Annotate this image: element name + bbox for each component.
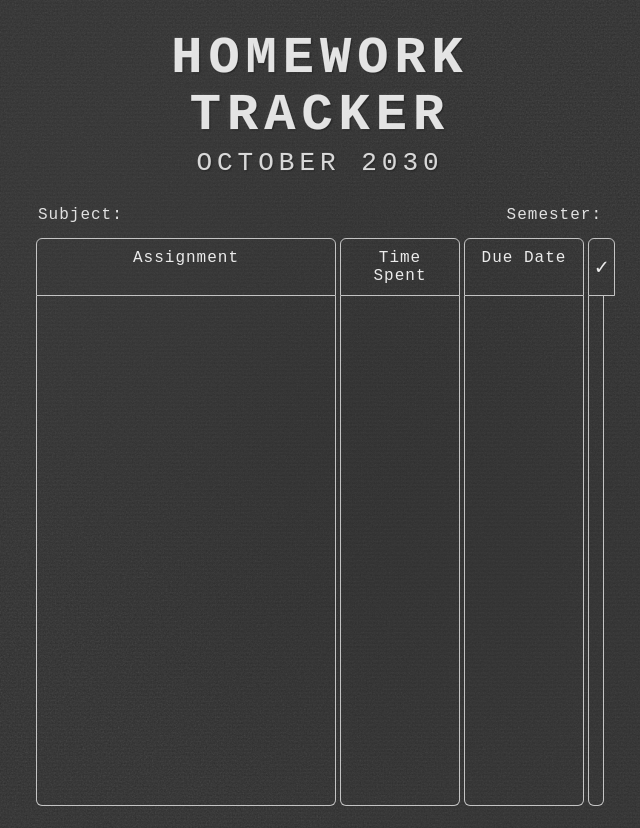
- table-container: Assignment Time Spent Due Date ✓: [36, 238, 604, 806]
- subject-label: Subject:: [38, 206, 123, 224]
- assignment-column-body[interactable]: [36, 296, 336, 806]
- time-spent-column-body[interactable]: [340, 296, 460, 806]
- main-title: HOMEWORK TRACKER: [36, 30, 604, 144]
- checkmark-icon: ✓: [595, 254, 608, 281]
- meta-row: Subject: Semester:: [36, 206, 604, 224]
- time-spent-column-header: Time Spent: [340, 238, 460, 296]
- semester-label: Semester:: [507, 206, 602, 224]
- assignment-column-header: Assignment: [36, 238, 336, 296]
- subtitle: OCTOBER 2030: [36, 148, 604, 178]
- due-date-column-header: Due Date: [464, 238, 584, 296]
- check-column-body[interactable]: [588, 296, 604, 806]
- table-header: Assignment Time Spent Due Date ✓: [36, 238, 604, 296]
- chalkboard-background: HOMEWORK TRACKER OCTOBER 2030 Subject: S…: [0, 0, 640, 828]
- table-body: [36, 296, 604, 806]
- title-section: HOMEWORK TRACKER OCTOBER 2030: [36, 30, 604, 178]
- due-date-column-body[interactable]: [464, 296, 584, 806]
- check-column-header: ✓: [588, 238, 615, 296]
